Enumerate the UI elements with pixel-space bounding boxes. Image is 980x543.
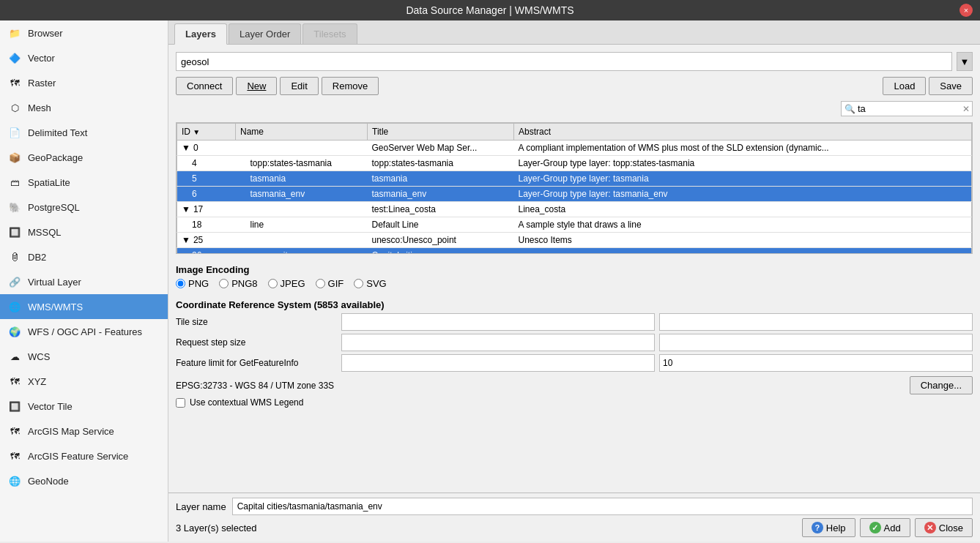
edit-button[interactable]: Edit xyxy=(280,77,318,95)
sidebar-item-wcs[interactable]: ☁WCS xyxy=(0,344,168,369)
connection-dropdown-arrow[interactable]: ▼ xyxy=(957,52,973,71)
wcs-icon: ☁ xyxy=(7,349,22,364)
crs-input1-request-step[interactable] xyxy=(341,334,655,351)
radio-input-gif[interactable] xyxy=(316,279,325,288)
wfs-icon: 🌍 xyxy=(7,324,22,339)
search-box: 🔍 ✕ xyxy=(841,101,973,116)
spatialite-icon: 🗃 xyxy=(7,175,22,190)
radio-input-png8[interactable] xyxy=(219,279,229,288)
help-icon: ? xyxy=(812,522,823,533)
table-row[interactable]: ▼0GeoServer Web Map Ser...A compliant im… xyxy=(177,141,972,156)
crs-input2-tile-size[interactable] xyxy=(659,313,973,331)
sidebar-item-mssql[interactable]: 🔲MSSQL xyxy=(0,220,168,244)
table-row[interactable]: 6tasmania_envtasmania_envLayer-Group typ… xyxy=(177,187,972,202)
new-button[interactable]: New xyxy=(236,77,277,95)
radio-png8[interactable]: PNG8 xyxy=(219,278,257,289)
help-button[interactable]: ? Help xyxy=(802,518,855,537)
change-crs-button[interactable]: Change... xyxy=(910,376,973,394)
table-row[interactable]: ▼25unesco:Unesco_pointUnesco Items xyxy=(177,233,972,248)
table-row[interactable]: 5tasmaniatasmaniaLayer-Group type layer:… xyxy=(177,171,972,187)
close-button[interactable]: ✕ Close xyxy=(915,518,973,537)
close-x-icon: ✕ xyxy=(924,522,936,533)
cell-abstract xyxy=(514,248,972,255)
status-text: 3 Layer(s) selected xyxy=(176,523,257,533)
radio-gif[interactable]: GIF xyxy=(316,278,344,289)
radio-input-jpeg[interactable] xyxy=(268,279,278,288)
csv-icon: 📄 xyxy=(7,125,22,140)
load-button[interactable]: Load xyxy=(883,77,926,95)
geopackage-icon: 📦 xyxy=(7,150,22,165)
sidebar-item-mesh[interactable]: ⬡Mesh xyxy=(0,95,168,120)
sidebar-item-delimited-text[interactable]: 📄Delimited Text xyxy=(0,120,168,145)
cell-abstract: A sample style that draws a line xyxy=(514,217,972,233)
col-name[interactable]: Name xyxy=(236,124,368,141)
table-row[interactable]: 26unesco_itemsCapital cities xyxy=(177,248,972,255)
radio-jpeg[interactable]: JPEG xyxy=(268,278,305,289)
remove-button[interactable]: Remove xyxy=(322,77,379,95)
sidebar-item-vector[interactable]: 🔷Vector xyxy=(0,45,168,70)
radio-input-png[interactable] xyxy=(176,279,185,288)
sidebar-item-geonode[interactable]: 🌐GeoNode xyxy=(0,468,168,493)
crs-label: Coordinate Reference System (5853 availa… xyxy=(176,299,973,310)
sidebar-item-arcgis-map[interactable]: 🗺ArcGIS Map Service xyxy=(0,419,168,443)
add-button[interactable]: ✓ Add xyxy=(860,518,910,537)
raster-icon: 🗺 xyxy=(7,75,22,90)
sidebar-item-geopackage[interactable]: 📦GeoPackage xyxy=(0,145,168,170)
col-abstract[interactable]: Abstract xyxy=(514,124,972,141)
sidebar-item-label-mesh: Mesh xyxy=(28,102,51,113)
radio-input-svg[interactable] xyxy=(354,279,363,288)
cell-abstract: Unesco Items xyxy=(514,233,972,248)
sidebar-item-xyz[interactable]: 🗺XYZ xyxy=(0,369,168,394)
sidebar-item-label-geonode: GeoNode xyxy=(28,476,69,487)
cell-title: tasmania xyxy=(368,171,514,187)
cell-title: Capital cities xyxy=(368,248,514,255)
sidebar-item-arcgis-feature[interactable]: 🗺ArcGIS Feature Service xyxy=(0,443,168,468)
radio-svg[interactable]: SVG xyxy=(354,278,386,289)
radio-png[interactable]: PNG xyxy=(176,278,209,289)
inner-content: ▼ Connect New Edit Remove Load Save 🔍 ✕ xyxy=(168,45,980,493)
sidebar-item-db2[interactable]: 🛢DB2 xyxy=(0,244,168,269)
tab-layers[interactable]: Layers xyxy=(174,23,227,45)
table-row[interactable]: 18lineDefault LineA sample style that dr… xyxy=(177,217,972,233)
crs-input2-feature-limit[interactable] xyxy=(659,354,973,372)
contextual-wms-checkbox[interactable] xyxy=(176,398,185,408)
col-id[interactable]: ID ▼ xyxy=(177,124,236,141)
tab-layer-order[interactable]: Layer Order xyxy=(229,23,301,44)
layer-name-input[interactable] xyxy=(232,498,973,515)
sidebar-item-vector-tile[interactable]: 🔲Vector Tile xyxy=(0,394,168,419)
wms-icon: 🌐 xyxy=(7,299,22,314)
search-clear-icon[interactable]: ✕ xyxy=(962,104,970,114)
mesh-icon: ⬡ xyxy=(7,100,22,115)
cell-abstract: A compliant implementation of WMS plus m… xyxy=(514,141,972,156)
crs-input2-request-step[interactable] xyxy=(659,334,973,351)
table-row[interactable]: ▼17test:Linea_costaLinea_costa xyxy=(177,202,972,217)
search-icon: 🔍 xyxy=(844,104,855,114)
cell-id: 18 xyxy=(177,217,236,233)
image-encoding-options: PNGPNG8JPEGGIFSVG xyxy=(176,278,973,289)
connection-select[interactable] xyxy=(176,52,952,71)
sidebar-item-wfs-ogc[interactable]: 🌍WFS / OGC API - Features xyxy=(0,319,168,344)
sidebar-item-label-postgresql: PostgreSQL xyxy=(28,202,80,213)
sidebar-item-virtual-layer[interactable]: 🔗Virtual Layer xyxy=(0,269,168,294)
search-input[interactable] xyxy=(858,103,960,114)
sidebar-item-label-browser: Browser xyxy=(28,28,63,39)
tab-tilesets: Tilesets xyxy=(302,23,357,44)
sidebar-item-label-mssql: MSSQL xyxy=(28,227,62,238)
crs-input1-tile-size[interactable] xyxy=(341,313,655,331)
sidebar-item-wms-wmts[interactable]: 🌐WMS/WMTS xyxy=(0,294,168,319)
sidebar-item-raster[interactable]: 🗺Raster xyxy=(0,70,168,95)
sidebar-item-label-wms-wmts: WMS/WMTS xyxy=(28,302,83,312)
save-button[interactable]: Save xyxy=(929,77,973,95)
arcgis-icon: 🗺 xyxy=(7,424,22,438)
col-title[interactable]: Title xyxy=(368,124,514,141)
sidebar-item-spatialite[interactable]: 🗃SpatiaLite xyxy=(0,170,168,195)
table-row[interactable]: 4topp:states-tasmaniatopp:states-tasmani… xyxy=(177,156,972,171)
sidebar-item-postgresql[interactable]: 🐘PostgreSQL xyxy=(0,195,168,220)
radio-label-jpeg: JPEG xyxy=(281,278,305,289)
crs-input1-feature-limit[interactable] xyxy=(341,354,655,372)
cell-title: GeoServer Web Map Ser... xyxy=(368,141,514,156)
close-button[interactable]: × xyxy=(959,4,973,17)
vectortile-icon: 🔲 xyxy=(7,399,22,413)
sidebar-item-browser[interactable]: 📁Browser xyxy=(0,20,168,45)
connect-button[interactable]: Connect xyxy=(176,77,233,95)
